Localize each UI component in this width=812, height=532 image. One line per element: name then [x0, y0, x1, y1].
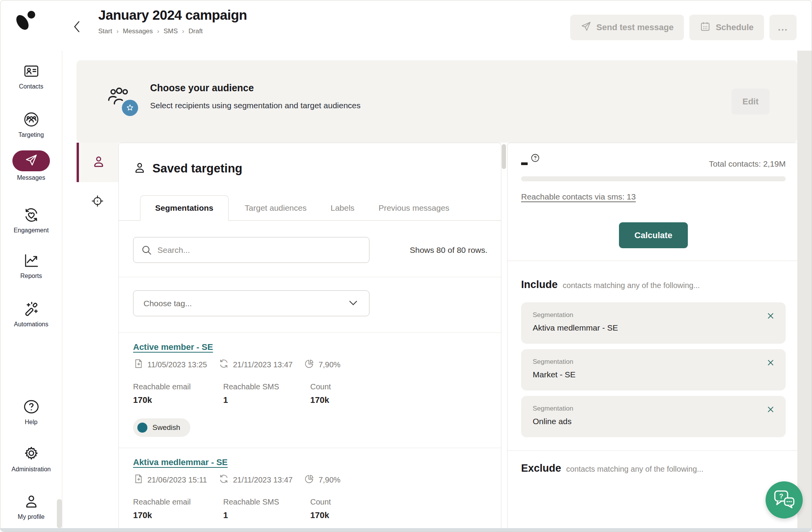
stat-header-count: Count	[310, 382, 400, 391]
rate-value: 7,90%	[318, 360, 340, 369]
sidebar-label-engagement: Engagement	[0, 227, 62, 234]
tab-segmentations[interactable]: Segmentations	[140, 195, 229, 221]
targeting-tabs: Segmentations Target audiences Labels Pr…	[119, 195, 501, 221]
calculate-button[interactable]: Calculate	[619, 222, 688, 248]
send-test-message-button[interactable]: Send test message	[570, 15, 684, 40]
breadcrumb-messages[interactable]: Messages	[123, 27, 153, 35]
horizontal-scrollbar[interactable]	[0, 528, 812, 532]
more-actions-button[interactable]: ...	[769, 15, 797, 40]
panel-scrollbar-thumb[interactable]	[502, 144, 506, 169]
back-button[interactable]	[70, 19, 84, 34]
step-rail	[77, 143, 118, 222]
include-title: Include	[521, 279, 558, 291]
created-doc-icon	[133, 474, 144, 486]
tab-labels[interactable]: Labels	[323, 196, 362, 220]
engagement-heart-icon	[0, 206, 62, 224]
audience-summary-panel: Total contacts: 2,19M Reachable contacts…	[507, 143, 797, 532]
person-icon	[92, 155, 106, 170]
sidebar-label-contacts: Contacts	[0, 83, 62, 90]
breadcrumb-separator: ›	[182, 27, 185, 35]
remove-segment-icon[interactable]	[766, 311, 776, 321]
segmentation-link[interactable]: Active member - SE	[133, 342, 213, 352]
contacts-progress-bar	[521, 176, 786, 181]
stat-header-reachable-sms: Reachable SMS	[223, 498, 310, 506]
paper-plane-icon	[25, 153, 38, 168]
schedule-button[interactable]: Schedule	[689, 15, 764, 40]
tag-pill-swedish[interactable]: Swedish	[133, 418, 190, 437]
voyado-logo-icon	[13, 10, 37, 33]
reports-chart-icon	[0, 252, 62, 269]
tab-target-audiences[interactable]: Target audiences	[237, 196, 315, 220]
star-badge-icon	[122, 100, 138, 116]
sidebar-item-engagement[interactable]: Engagement	[0, 206, 62, 234]
segmentation-link[interactable]: Aktiva medlemmar - SE	[133, 457, 228, 467]
support-chat-button[interactable]: ?	[766, 481, 803, 518]
calendar-icon	[700, 21, 711, 34]
segment-type-label: Segmentation	[533, 405, 774, 413]
stat-value-count: 170k	[310, 395, 400, 405]
stat-value-reachable-sms: 1	[223, 510, 310, 520]
breadcrumb-separator: ›	[116, 27, 119, 35]
created-date: 21/06/2023 15:11	[147, 476, 207, 484]
include-description: contacts matching any of the following..…	[563, 281, 700, 290]
sidebar-item-administration[interactable]: Administration	[0, 445, 62, 473]
chevron-down-icon	[347, 297, 359, 310]
sidebar-label-messages: Messages	[0, 174, 62, 181]
sidebar-label-administration: Administration	[0, 466, 62, 473]
stat-value-reachable-email: 170k	[133, 395, 223, 405]
stat-header-count: Count	[310, 498, 400, 506]
automations-wand-icon	[0, 300, 62, 318]
page-title: January 2024 campaign	[98, 7, 247, 23]
breadcrumb-sms[interactable]: SMS	[164, 27, 178, 35]
help-tooltip-icon[interactable]	[530, 153, 540, 164]
included-segmentation-card: Segmentation Market - SE	[521, 349, 786, 390]
sidebar-item-help[interactable]: Help	[0, 398, 62, 426]
sidebar-label-help: Help	[0, 419, 62, 426]
segment-name: Online ads	[533, 417, 774, 426]
divider	[119, 277, 501, 277]
stat-header-reachable-email: Reachable email	[133, 382, 223, 391]
banner-subtitle: Select recipients using segmentation and…	[150, 101, 361, 110]
segmentation-row: Aktiva medlemmar - SE 21/06/2023 15:11	[133, 448, 487, 520]
rows-info: Shows 80 of 80 rows.	[410, 246, 487, 255]
tab-previous-messages[interactable]: Previous messages	[371, 196, 457, 220]
breadcrumb-start[interactable]: Start	[98, 27, 112, 35]
sidebar-item-reports[interactable]: Reports	[0, 252, 62, 280]
included-segmentation-card: Segmentation Online ads	[521, 396, 786, 437]
stat-value-reachable-email: 170k	[133, 510, 223, 520]
targeting-group-icon	[0, 111, 62, 128]
sidebar-item-messages[interactable]: Messages	[0, 150, 62, 181]
rail-audience-step[interactable]	[77, 143, 118, 182]
schedule-label: Schedule	[716, 22, 754, 32]
campaign-editor-window: January 2024 campaign Start › Messages ›…	[0, 0, 812, 532]
segmentation-row: Active member - SE 11/05/2023 13:25	[133, 333, 487, 448]
sidebar-label-reports: Reports	[0, 273, 62, 280]
edit-button[interactable]: Edit	[732, 89, 769, 114]
refresh-icon	[219, 474, 229, 486]
svg-text:?: ?	[779, 493, 783, 500]
sidebar-item-my-profile[interactable]: My profile	[0, 493, 62, 520]
remove-segment-icon[interactable]	[766, 404, 776, 414]
stat-header-reachable-sms: Reachable SMS	[223, 382, 310, 391]
segment-type-label: Segmentation	[533, 358, 774, 366]
sidebar-scrollbar-thumb[interactable]	[57, 499, 62, 528]
sidebar-item-targeting[interactable]: Targeting	[0, 111, 62, 138]
rail-targeting-step[interactable]	[77, 182, 118, 222]
breadcrumb: Start › Messages › SMS › Draft	[98, 27, 247, 35]
search-input[interactable]	[133, 237, 369, 263]
paper-plane-icon	[581, 21, 591, 34]
choose-tag-dropdown[interactable]: Choose tag...	[133, 290, 369, 316]
person-icon	[133, 161, 146, 176]
sidebar-label-automations: Automations	[0, 321, 62, 328]
reachable-contacts-link[interactable]: Reachable contacts via sms: 13	[521, 192, 636, 201]
page-scroll-gutter	[797, 51, 812, 532]
breadcrumb-separator: ›	[157, 27, 159, 35]
sidebar-item-contacts[interactable]: Contacts	[0, 62, 62, 90]
created-doc-icon	[133, 358, 144, 371]
sidebar-item-automations[interactable]: Automations	[0, 300, 62, 328]
chat-bubbles-icon: ?	[773, 489, 795, 511]
pie-chart-icon	[304, 474, 315, 486]
remove-segment-icon[interactable]	[766, 358, 776, 368]
saved-targeting-title: Saved targeting	[152, 162, 243, 176]
breadcrumb-draft[interactable]: Draft	[188, 27, 203, 35]
